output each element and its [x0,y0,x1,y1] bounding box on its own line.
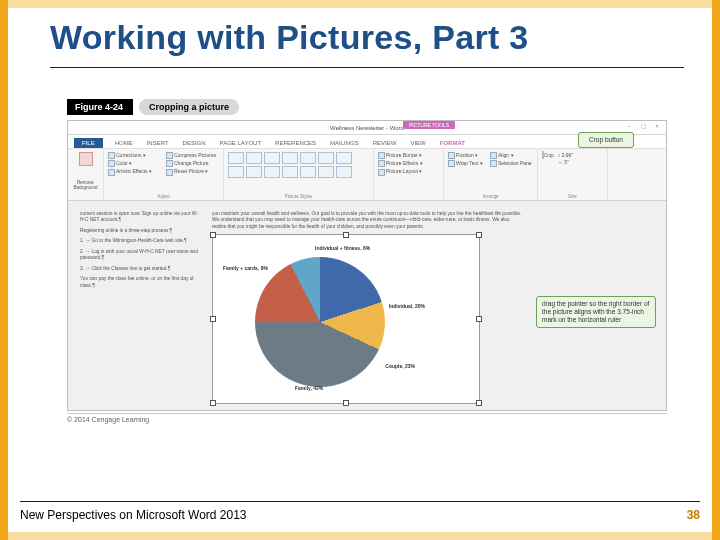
minimize-button[interactable]: – [624,123,634,130]
resize-handle[interactable] [210,400,216,406]
right-para: you maintain your overall health and wel… [212,211,522,230]
resize-handle[interactable] [476,232,482,238]
pie-label: Family, 42% [295,385,323,391]
group-styles-label: Picture Styles [224,194,373,199]
title-rule [50,67,684,68]
pie-label: Couple, 23% [385,363,415,369]
group-picture-styles: Picture Styles [224,149,374,200]
para: You can pay the class fee online, or on … [80,276,200,289]
resize-handle[interactable] [343,232,349,238]
tab-format[interactable]: FORMAT [438,138,467,148]
style-thumb[interactable] [282,152,298,164]
resize-handle[interactable] [343,400,349,406]
callout-crop: Crop button [578,132,634,148]
resize-handle[interactable] [210,232,216,238]
group-adjust: Corrections ▾ Color ▾ Artistic Effects ▾… [104,149,224,200]
pie-label: Individual + fitness, 6% [315,245,370,251]
pie-label: Individual, 20% [389,303,425,309]
style-thumb[interactable] [300,166,316,178]
tab-file[interactable]: FILE [74,138,103,148]
width-field[interactable]: ↔ 5" [558,159,573,165]
para: 3. → Click the Classes line to get start… [80,266,200,272]
style-thumb[interactable] [228,166,244,178]
tab-design[interactable]: DESIGN [181,138,208,148]
height-field[interactable]: ↕ 2.96" [558,152,573,158]
style-thumb[interactable] [264,152,280,164]
group-size: Crop ↕ 2.96" ↔ 5" Size [538,149,608,200]
tab-view[interactable]: VIEW [408,138,427,148]
group-adjust-label: Adjust [104,194,223,199]
btn-selection-pane[interactable]: Selection Pane [490,160,532,167]
group-arrange-label: Arrange [444,194,537,199]
group-arrange: Position ▾ Wrap Text ▾ Align ▾ Selection… [444,149,538,200]
left-column-text: current session is open now. Sign up onl… [80,211,200,404]
footer-book: New Perspectives on Microsoft Word 2013 [20,508,247,522]
window-controls: – ☐ × [624,123,662,130]
tab-mailings[interactable]: MAILINGS [328,138,361,148]
pie-label: Family + cards, 9% [223,265,268,271]
btn-reset-pic[interactable]: Reset Picture ▾ [166,168,216,175]
selected-picture[interactable]: Individual + fitness, 6% Family + cards,… [212,234,480,404]
crop-button[interactable] [542,151,544,159]
ribbon: Remove Background Corrections ▾ Color ▾ … [68,149,666,201]
pie-chart: Individual + fitness, 6% Family + cards,… [255,257,385,387]
para: 2. → Log in with your usual W-H-C NET us… [80,249,200,262]
picture-tools-tab: PICTURE TOOLS [403,121,455,129]
remove-bg-label: Remove Background [72,180,99,190]
tab-page-layout[interactable]: PAGE LAYOUT [218,138,263,148]
style-thumb[interactable] [246,166,262,178]
para: 1. → Go to the Wilmington-Health-Care we… [80,238,200,244]
maximize-button[interactable]: ☐ [638,123,648,130]
slide-title: Working with Pictures, Part 3 [50,18,684,57]
style-thumb[interactable] [228,152,244,164]
callout-drag: drag the pointer so the right border of … [536,296,656,328]
resize-handle[interactable] [476,400,482,406]
attribution: © 2014 Cengage Learning [67,413,667,427]
style-thumb[interactable] [282,166,298,178]
crop-label: Crop [544,153,554,158]
word-window: Wellness Newsletter - Word PICTURE TOOLS… [67,120,667,411]
para: current session is open now. Sign up onl… [80,211,200,224]
ribbon-tabs: FILE HOME INSERT DESIGN PAGE LAYOUT REFE… [68,135,666,149]
style-thumb[interactable] [246,152,262,164]
style-thumb[interactable] [336,166,352,178]
resize-handle[interactable] [210,316,216,322]
tab-home[interactable]: HOME [113,138,135,148]
remove-bg-icon[interactable] [79,152,93,166]
resize-handle[interactable] [476,316,482,322]
style-thumb[interactable] [318,166,334,178]
window-title: Wellness Newsletter - Word [330,125,404,131]
btn-picture-layout[interactable]: Picture Layout ▾ [378,168,439,175]
figure-caption-bar: Figure 4-24 Cropping a picture [67,98,667,116]
footer: New Perspectives on Microsoft Word 2013 … [20,501,700,522]
group-remove-bg: Remove Background [68,149,104,200]
btn-compress[interactable]: Compress Pictures [166,152,216,159]
group-size-label: Size [538,194,607,199]
tab-insert[interactable]: INSERT [145,138,171,148]
slide: Working with Pictures, Part 3 Figure 4-2… [0,0,720,540]
btn-picture-effects[interactable]: Picture Effects ▾ [378,160,439,167]
tab-references[interactable]: REFERENCES [273,138,318,148]
tab-review[interactable]: REVIEW [371,138,399,148]
close-button[interactable]: × [652,123,662,130]
style-thumb[interactable] [300,152,316,164]
btn-picture-border[interactable]: Picture Border ▾ [378,152,439,159]
btn-change-pic[interactable]: Change Picture [166,160,216,167]
btn-align[interactable]: Align ▾ [490,152,532,159]
para: Registering online is a three-step proce… [80,228,200,234]
style-thumb[interactable] [336,152,352,164]
style-thumb[interactable] [318,152,334,164]
figure-title: Cropping a picture [139,99,239,115]
style-thumb[interactable] [264,166,280,178]
figure: Figure 4-24 Cropping a picture Wellness … [67,98,667,411]
titlebar: Wellness Newsletter - Word PICTURE TOOLS… [68,121,666,135]
group-picture-border: Picture Border ▾ Picture Effects ▾ Pictu… [374,149,444,200]
styles-gallery[interactable] [228,152,368,178]
figure-label: Figure 4-24 [67,99,133,115]
footer-page: 38 [687,508,700,522]
